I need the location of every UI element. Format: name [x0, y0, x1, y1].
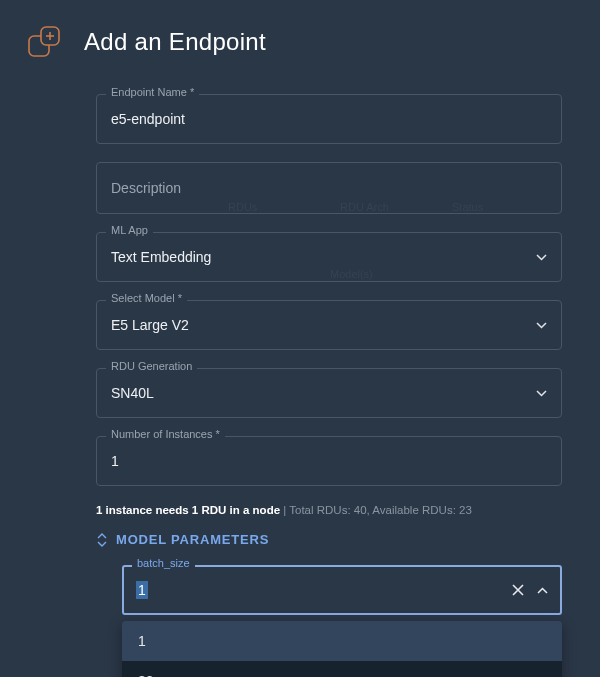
- rdu-status-bold: 1 instance needs 1 RDU in a node: [96, 504, 280, 516]
- description-field: [96, 162, 562, 214]
- model-field: Select Model * E5 Large V2: [96, 300, 562, 350]
- add-endpoint-icon: [24, 22, 64, 62]
- chevron-down-icon: [536, 322, 547, 329]
- rdu-gen-field: RDU Generation SN40L: [96, 368, 562, 418]
- chevron-down-icon: [536, 254, 547, 261]
- chevron-down-icon: [536, 390, 547, 397]
- dropdown-option[interactable]: 32: [122, 661, 562, 677]
- instances-input-box[interactable]: [96, 436, 562, 486]
- endpoint-name-field: Endpoint Name *: [96, 94, 562, 144]
- batch-size-dropdown: 1 32: [122, 621, 562, 677]
- ml-app-select[interactable]: Text Embedding: [96, 232, 562, 282]
- ml-app-value: Text Embedding: [111, 249, 536, 265]
- collapse-icon: [96, 533, 108, 547]
- model-value: E5 Large V2: [111, 317, 536, 333]
- endpoint-name-input[interactable]: [111, 111, 547, 127]
- endpoint-name-input-box[interactable]: [96, 94, 562, 144]
- model-parameters-toggle[interactable]: MODEL PARAMETERS: [96, 532, 562, 547]
- rdu-gen-select[interactable]: SN40L: [96, 368, 562, 418]
- rdu-gen-value: SN40L: [111, 385, 536, 401]
- instances-input[interactable]: [111, 453, 547, 469]
- clear-icon[interactable]: [511, 583, 525, 597]
- batch-size-field: batch_size 1 1 32: [122, 565, 562, 677]
- model-parameters-body: batch_size 1 1 32: [96, 565, 562, 677]
- field-label: RDU Generation: [106, 360, 197, 372]
- field-label: Number of Instances *: [106, 428, 225, 440]
- batch-size-select[interactable]: 1: [122, 565, 562, 615]
- rdu-status-text: 1 instance needs 1 RDU in a node | Total…: [96, 504, 562, 516]
- instances-field: Number of Instances *: [96, 436, 562, 486]
- form: Endpoint Name * ML App Text Embedding Se…: [0, 72, 600, 677]
- field-label: batch_size: [132, 557, 195, 569]
- ml-app-field: ML App Text Embedding: [96, 232, 562, 282]
- description-input[interactable]: [111, 180, 547, 196]
- batch-size-value: 1: [136, 581, 148, 599]
- chevron-up-icon[interactable]: [537, 587, 548, 594]
- rdu-status-rest: | Total RDUs: 40, Available RDUs: 23: [280, 504, 472, 516]
- dropdown-option[interactable]: 1: [122, 621, 562, 661]
- dialog-header: Add an Endpoint: [0, 0, 600, 72]
- description-input-box[interactable]: [96, 162, 562, 214]
- batch-size-value-wrap: 1: [136, 581, 511, 599]
- model-select[interactable]: E5 Large V2: [96, 300, 562, 350]
- field-label: Endpoint Name *: [106, 86, 199, 98]
- section-title: MODEL PARAMETERS: [116, 532, 269, 547]
- dialog-title: Add an Endpoint: [84, 28, 266, 56]
- field-label: ML App: [106, 224, 153, 236]
- field-label: Select Model *: [106, 292, 187, 304]
